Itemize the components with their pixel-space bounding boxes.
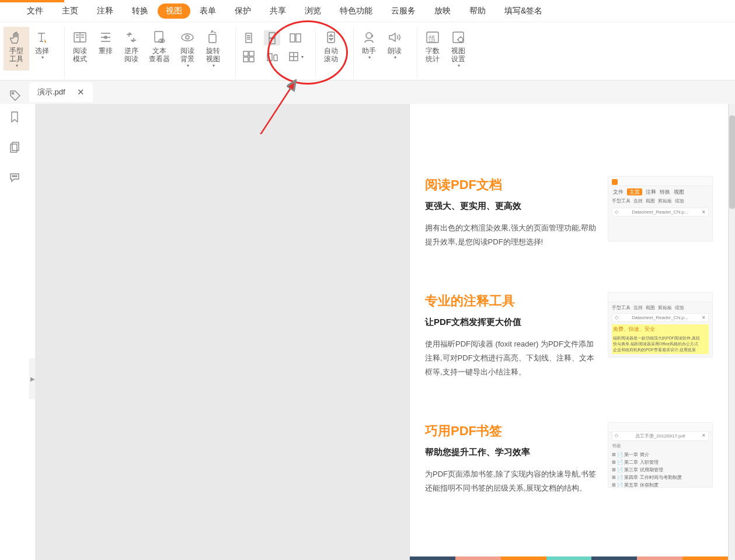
page-left-blank	[37, 104, 407, 560]
rotate-view-button[interactable]: 旋转 视图 ▾	[200, 27, 226, 71]
ribbon-toolbar: 手型 工具 ▾ 选择 ▾ 阅读 模式 重排 逆序 阅读 文本 查看器 阅读 背景…	[0, 22, 735, 80]
svg-point-26	[12, 93, 14, 94]
reverse-read-button[interactable]: 逆序 阅读	[119, 27, 144, 65]
menu-item-10[interactable]: 云服务	[382, 2, 425, 20]
svg-rect-15	[243, 57, 248, 62]
svg-rect-13	[243, 51, 248, 56]
document-tab[interactable]: 演示.pdf ✕	[29, 82, 93, 102]
close-tab-button[interactable]: ✕	[77, 87, 85, 97]
single-page-button[interactable]	[241, 30, 257, 46]
preview-1: 文件主页注释转换视图 手型工具选择截图剪贴板缩放 ◇Datasheet_Read…	[608, 176, 713, 242]
svg-rect-14	[249, 51, 254, 56]
preview-3: ◇员工手册_20120917.pdf✕ 书签 ⊞ 📄 第一章 简介⊞ 📄 第二章…	[608, 422, 713, 488]
sec2-subtitle: 让PDF文档发挥更大价值	[425, 317, 597, 328]
document-canvas: 阅读PDF文档 更强大、更实用、更高效 拥有出色的文档渲染效果,强大的页面管理功…	[35, 104, 735, 560]
sec2-title: 专业的注释工具	[425, 292, 597, 310]
svg-rect-10	[269, 38, 275, 44]
separate-cover-button[interactable]	[264, 49, 280, 64]
menu-item-7[interactable]: 共享	[260, 2, 295, 20]
read-mode-button[interactable]: 阅读 模式	[67, 27, 93, 65]
svg-rect-8	[246, 33, 252, 43]
page-footer-stripe	[410, 556, 728, 560]
menu-item-11[interactable]: 放映	[425, 2, 460, 20]
menu-item-2[interactable]: 注释	[88, 2, 123, 20]
settings-page-icon	[450, 29, 466, 46]
word-count-label: 字数 统计	[426, 47, 440, 63]
facing-pages-button[interactable]	[287, 30, 304, 46]
vertical-scrollbar[interactable]	[729, 104, 735, 560]
menu-item-4[interactable]: 视图	[158, 4, 190, 19]
book-icon	[72, 29, 88, 46]
menu-item-8[interactable]: 浏览	[295, 2, 330, 20]
svg-rect-11	[290, 34, 295, 42]
auto-scroll-icon	[323, 29, 339, 46]
continuous-page-button[interactable]	[264, 30, 280, 46]
menu-item-3[interactable]: 转换	[123, 2, 158, 20]
section-read-pdf: 阅读PDF文档 更强大、更实用、更高效 拥有出色的文档渲染效果,强大的页面管理功…	[410, 162, 728, 255]
hand-tool-button[interactable]: 手型 工具 ▾	[4, 27, 29, 71]
read-bg-button[interactable]: 阅读 背景 ▾	[175, 27, 200, 71]
rotate-icon	[205, 29, 221, 46]
menu-item-9[interactable]: 特色功能	[330, 2, 382, 20]
sec1-title: 阅读PDF文档	[425, 176, 597, 194]
svg-rect-16	[249, 57, 254, 62]
svg-rect-19	[328, 32, 335, 43]
text-viewer-label: 文本 查看器	[149, 47, 170, 63]
text-viewer-button[interactable]: 文本 查看器	[144, 27, 175, 65]
word-count-icon: AB123	[424, 29, 441, 46]
pages-icon[interactable]	[8, 140, 22, 154]
reflow-label: 重排	[99, 47, 113, 55]
select-label: 选择	[35, 47, 49, 55]
assistant-icon	[361, 29, 377, 46]
view-settings-button[interactable]: 视图 设置 ▾	[445, 27, 471, 71]
menu-item-5[interactable]: 表单	[190, 2, 225, 20]
view-settings-label: 视图 设置	[451, 47, 465, 63]
svg-point-20	[366, 33, 372, 38]
chevron-down-icon: ▾	[394, 55, 396, 60]
split-view-button[interactable]: ▾	[287, 49, 304, 64]
eye-icon	[179, 29, 196, 46]
menu-item-6[interactable]: 保护	[225, 2, 260, 20]
page-eye-icon	[151, 29, 168, 46]
page-layout-grid: ▾	[241, 30, 304, 64]
section-bookmarks: 巧用PDF书签 帮助您提升工作、学习效率 为PDF页面添加书签,除了实现内容的快…	[410, 408, 728, 501]
continuous-facing-button[interactable]	[241, 49, 257, 64]
read-bg-label: 阅读 背景	[180, 47, 194, 63]
svg-point-29	[12, 176, 13, 177]
menu-item-0[interactable]: 文件	[18, 2, 53, 20]
select-text-icon	[34, 29, 50, 46]
word-count-button[interactable]: AB123 字数 统计	[420, 27, 445, 65]
assistant-label: 助手	[362, 47, 376, 55]
auto-scroll-button[interactable]: 自动 滚动	[318, 27, 344, 65]
svg-rect-27	[11, 144, 17, 152]
document-tab-strip: 演示.pdf ✕	[0, 80, 735, 104]
scroll-thumb[interactable]	[729, 116, 735, 209]
svg-text:123: 123	[429, 38, 436, 43]
svg-rect-9	[269, 33, 275, 38]
bookmark-icon[interactable]	[8, 110, 22, 124]
select-button[interactable]: 选择 ▾	[29, 27, 55, 71]
reflow-icon	[97, 29, 114, 46]
tag-icon[interactable]	[8, 89, 21, 103]
svg-rect-7	[209, 34, 216, 43]
hand-icon	[8, 29, 25, 46]
menu-bar: 文件主页注释转换视图表单保护共享浏览特色功能云服务放映帮助填写&签名	[0, 0, 735, 22]
menu-item-1[interactable]: 主页	[53, 2, 88, 20]
sec1-subtitle: 更强大、更实用、更高效	[425, 201, 597, 212]
reflow-button[interactable]: 重排	[93, 27, 119, 57]
comments-icon[interactable]	[8, 170, 22, 184]
sec3-body: 为PDF页面添加书签,除了实现内容的快速导航,书签还能指明不同书签的层级关系,展…	[425, 467, 597, 495]
speaker-icon	[386, 29, 403, 46]
sec2-body: 使用福昕PDF阅读器 (foxit reader) 为PDF文件添加注释,可对P…	[425, 337, 597, 379]
chevron-down-icon: ▾	[16, 63, 18, 68]
read-mode-label: 阅读 模式	[73, 47, 87, 63]
menu-item-13[interactable]: 填写&签名	[495, 2, 552, 20]
svg-point-5	[182, 34, 193, 41]
svg-point-6	[186, 36, 189, 39]
assistant-button[interactable]: 助手 ▾	[356, 27, 382, 62]
read-aloud-button[interactable]: 朗读 ▾	[382, 27, 407, 62]
chevron-down-icon: ▾	[458, 63, 460, 68]
left-sidebar	[0, 104, 29, 560]
preview-2: 手型工具选择截图剪贴板缩放 ◇Datasheet_Reader_CN.p...✕…	[608, 292, 713, 358]
menu-item-12[interactable]: 帮助	[460, 2, 495, 20]
